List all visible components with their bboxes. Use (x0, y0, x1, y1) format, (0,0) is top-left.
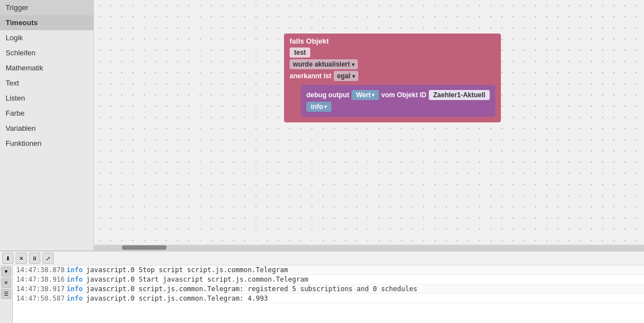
log-entry: 14:47:38.916 info javascript.0 Start jav… (13, 275, 644, 284)
block-container: falls Objekt test wurde aktualisiert ane… (284, 34, 501, 122)
log-time: 14:47:38.878 (16, 266, 67, 274)
block-wurde-row: wurde aktualisiert (290, 59, 495, 69)
block-falls-header: falls Objekt (290, 37, 495, 45)
log-side-buttons: ▼ ✕ ☰ (0, 265, 13, 323)
block-wert-button[interactable]: Wert (352, 90, 379, 100)
sidebar-item-text[interactable]: Text (0, 75, 93, 91)
log-level: info (67, 276, 86, 283)
block-info-row: info (306, 102, 490, 112)
log-message: javascript.0 script.js.common.Telegram: … (86, 285, 641, 293)
log-download-button[interactable]: ⬇ (2, 253, 13, 264)
log-entry: 14:47:50.587 info javascript.0 script.js… (13, 294, 644, 303)
log-entries: 14:47:38.878 info javascript.0 Stop scri… (13, 265, 644, 323)
log-entry: 14:47:38.917 info javascript.0 script.js… (13, 284, 644, 294)
sidebar-item-listen[interactable]: Listen (0, 91, 93, 106)
block-anerkannt-row: anerkannt ist egal (290, 71, 495, 81)
block-debug-row: debug output Wert vom Objekt ID Zaehler1… (306, 90, 490, 100)
block-zaehler-field[interactable]: Zaehler1-Aktuell (429, 90, 490, 100)
block-falls[interactable]: falls Objekt test wurde aktualisiert ane… (284, 34, 501, 122)
block-info-dropdown[interactable]: info (306, 102, 332, 112)
log-bottom-area: ▼ ✕ ☰ 14:47:38.878 info javascript.0 Sto… (0, 265, 644, 323)
log-message: javascript.0 script.js.common.Telegram: … (86, 294, 641, 302)
block-egal-dropdown[interactable]: egal (334, 71, 358, 81)
log-message: javascript.0 Start javascript script.js.… (86, 276, 641, 283)
log-time: 14:47:38.917 (16, 285, 67, 293)
log-level: info (67, 266, 86, 274)
log-entry: 14:47:38.878 info javascript.0 Stop scri… (13, 265, 644, 275)
main-area: Trigger Timeouts Logik Schleifen Mathema… (0, 0, 644, 250)
sidebar-item-trigger[interactable]: Trigger (0, 0, 93, 15)
block-debug-label: debug output (306, 91, 349, 99)
canvas-scrollbar-thumb[interactable] (122, 245, 167, 250)
log-level: info (67, 285, 86, 293)
log-controls: ⬇ ✕ ⏸ ⤢ (0, 251, 644, 265)
block-vom-label: vom Objekt ID (381, 91, 427, 99)
block-test-field[interactable]: test (290, 48, 310, 58)
block-test-row: test (290, 48, 495, 58)
sidebar-item-mathematik[interactable]: Mathematik (0, 60, 93, 75)
block-wurde-dropdown[interactable]: wurde aktualisiert (290, 59, 358, 69)
sidebar-item-schleifen[interactable]: Schleifen (0, 45, 93, 60)
block-anerkannt-label: anerkannt ist (290, 72, 332, 80)
log-clear-button[interactable]: ✕ (16, 253, 27, 264)
log-level: info (67, 294, 86, 302)
sidebar-item-farbe[interactable]: Farbe (0, 106, 93, 121)
log-message: javascript.0 Stop script script.js.commo… (86, 266, 641, 274)
block-debug[interactable]: debug output Wert vom Objekt ID Zaehler1… (301, 85, 495, 117)
sidebar-item-logik[interactable]: Logik (0, 30, 93, 45)
sidebar-item-funktionen[interactable]: Funktionen (0, 136, 93, 151)
canvas[interactable]: falls Objekt test wurde aktualisiert ane… (94, 0, 644, 250)
log-side-btn-1[interactable]: ▼ (1, 267, 11, 277)
log-panel: ⬇ ✕ ⏸ ⤢ ▼ ✕ ☰ 14:47:38.878 info javascri… (0, 250, 644, 323)
log-time: 14:47:50.587 (16, 294, 67, 302)
log-side-btn-2[interactable]: ✕ (1, 278, 11, 288)
canvas-scrollbar[interactable] (94, 245, 644, 250)
sidebar-item-timeouts[interactable]: Timeouts (0, 15, 93, 30)
sidebar-item-variablen[interactable]: Variablen (0, 121, 93, 136)
log-side-btn-3[interactable]: ☰ (1, 289, 11, 299)
sidebar: Trigger Timeouts Logik Schleifen Mathema… (0, 0, 94, 250)
log-pause-button[interactable]: ⏸ (29, 253, 40, 264)
log-expand-button[interactable]: ⤢ (42, 253, 54, 264)
log-time: 14:47:38.916 (16, 276, 67, 283)
